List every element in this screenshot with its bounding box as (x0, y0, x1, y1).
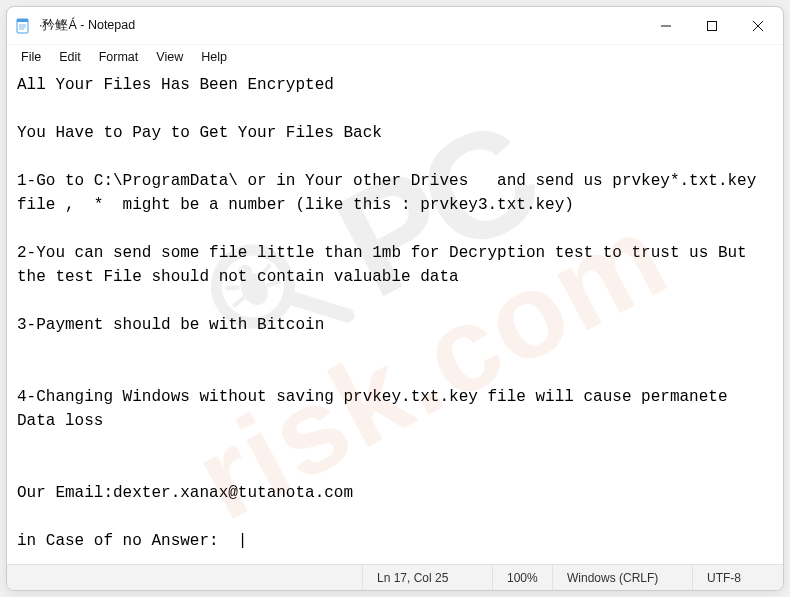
menu-help[interactable]: Help (193, 48, 235, 66)
status-cursor-position: Ln 17, Col 25 (363, 565, 493, 590)
text-line: You Have to Pay to Get Your Files Back (17, 124, 382, 142)
text-editor[interactable]: All Your Files Has Been Encrypted You Ha… (7, 69, 783, 564)
maximize-button[interactable] (689, 7, 735, 45)
menu-bar: File Edit Format View Help (7, 45, 783, 69)
text-line: All Your Files Has Been Encrypted (17, 76, 334, 94)
notepad-window: ·矜鲣Á - Notepad File Edit Format View Hel… (6, 6, 784, 591)
status-zoom: 100% (493, 565, 553, 590)
minimize-button[interactable] (643, 7, 689, 45)
text-line: Our Email:dexter.xanax@tutanota.com (17, 484, 353, 502)
menu-format[interactable]: Format (91, 48, 147, 66)
text-line: 1-Go to C:\ProgramData\ or in Your other… (17, 172, 776, 214)
caret-icon: | (238, 532, 248, 550)
window-controls (643, 7, 781, 45)
text-line: in Case of no Answer: (17, 532, 238, 550)
menu-view[interactable]: View (148, 48, 191, 66)
text-line: 3-Payment should be with Bitcoin (17, 316, 324, 334)
menu-edit[interactable]: Edit (51, 48, 89, 66)
text-line: 2-You can send some file little than 1mb… (17, 244, 756, 286)
window-title: ·矜鲣Á - Notepad (39, 17, 643, 34)
status-spacer (7, 565, 363, 590)
svg-rect-6 (708, 21, 717, 30)
svg-rect-1 (17, 19, 28, 22)
status-line-ending: Windows (CRLF) (553, 565, 693, 590)
menu-file[interactable]: File (13, 48, 49, 66)
notepad-icon (15, 18, 31, 34)
close-button[interactable] (735, 7, 781, 45)
status-encoding: UTF-8 (693, 565, 783, 590)
title-bar[interactable]: ·矜鲣Á - Notepad (7, 7, 783, 45)
status-bar: Ln 17, Col 25 100% Windows (CRLF) UTF-8 (7, 564, 783, 590)
text-line: 4-Changing Windows without saving prvkey… (17, 388, 737, 430)
